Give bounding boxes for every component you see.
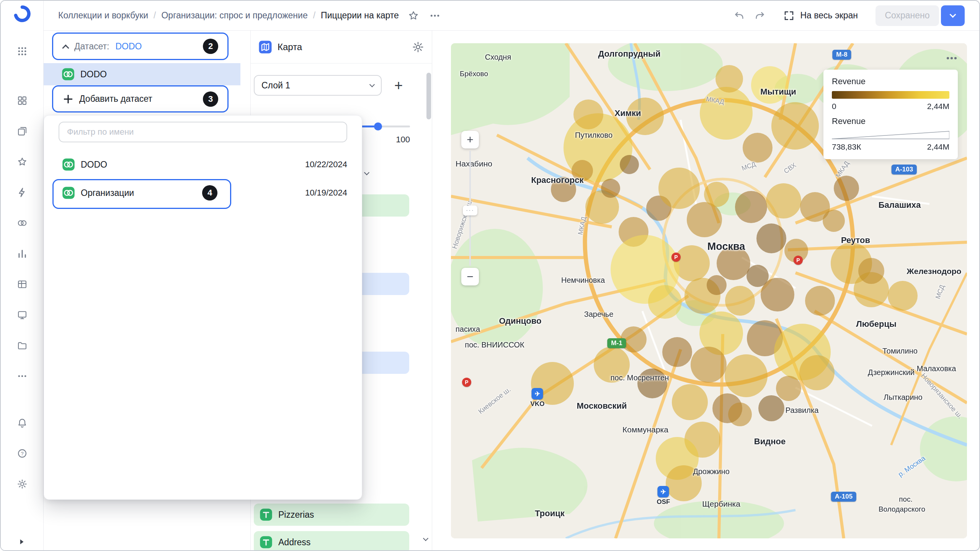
collections-icon[interactable] xyxy=(14,92,31,109)
legend-color-max: 2,44M xyxy=(927,102,949,111)
favorites-icon[interactable] xyxy=(14,153,31,170)
map-chart-icon xyxy=(258,40,272,54)
dataset-filter-input[interactable] xyxy=(59,122,347,142)
save-menu-button[interactable] xyxy=(941,5,965,26)
map-legend: Revenue 0 2,44M Revenue 738,83К 2,44M xyxy=(823,70,958,159)
legend-size-wedge xyxy=(832,131,949,139)
settings-icon[interactable] xyxy=(14,476,31,492)
notifications-icon[interactable] xyxy=(14,414,31,431)
dataset-popup-item[interactable]: DODO10/22/2024 xyxy=(44,151,363,178)
parking-icon: Р xyxy=(794,256,803,265)
string-type-icon xyxy=(259,535,273,549)
chevron-down-icon xyxy=(369,82,375,87)
dataset-list-item-label: DODO xyxy=(80,69,107,80)
breadcrumb: Коллекции и воркбуки / Организации: спро… xyxy=(58,10,399,21)
add-layer-button[interactable]: + xyxy=(388,75,409,96)
breadcrumb-current: Пиццерии на карте xyxy=(321,10,399,21)
chart-config-header: Карта xyxy=(251,31,432,64)
header-actions: На весь экран Сохранено xyxy=(732,5,965,26)
settings-gear-icon[interactable] xyxy=(412,41,424,53)
legend-size-max: 2,44M xyxy=(927,142,949,152)
airport-icon: ✈OSF xyxy=(657,486,670,506)
chart-type-label[interactable]: Карта xyxy=(278,42,302,52)
more-actions-icon[interactable] xyxy=(427,8,443,23)
favorite-star-icon[interactable] xyxy=(406,8,421,23)
dashboards-icon[interactable] xyxy=(14,306,31,323)
left-rail: ? xyxy=(1,1,44,550)
add-dataset-button[interactable]: Добавить датасет 3 xyxy=(52,85,229,112)
zoom-handle[interactable]: ··· xyxy=(463,205,477,215)
map-more-icon[interactable] xyxy=(943,52,960,65)
step-badge-3: 3 xyxy=(203,91,218,107)
legend-size-min: 738,83К xyxy=(832,142,861,152)
road-badge: А-105 xyxy=(831,492,856,502)
layer-select[interactable]: Слой 1 xyxy=(254,75,382,96)
field-chip-address[interactable]: Address xyxy=(254,531,409,550)
road-badge: А-103 xyxy=(892,165,917,174)
dataset-list-item-dodo[interactable]: DODO xyxy=(44,63,240,85)
datalens-logo[interactable] xyxy=(14,5,31,22)
legend-gradient xyxy=(832,91,949,99)
layer-select-value: Слой 1 xyxy=(261,80,290,91)
undo-icon[interactable] xyxy=(732,8,747,23)
breadcrumb-separator: / xyxy=(313,10,315,21)
legend-size-title: Revenue xyxy=(832,116,949,126)
dataset-popup-item[interactable]: Организации410/19/2024 xyxy=(44,179,363,207)
more-icon[interactable] xyxy=(14,368,31,385)
field-chip-label: Pizzerias xyxy=(278,510,314,520)
zoom-out-button[interactable]: − xyxy=(461,268,479,285)
parking-icon: Р xyxy=(462,378,471,387)
plus-icon xyxy=(63,94,73,104)
step-badge-2: 2 xyxy=(203,39,218,54)
tables-icon[interactable] xyxy=(14,276,31,293)
dataset-popup-item-label: Организации xyxy=(81,188,134,198)
field-chip-label: Address xyxy=(278,537,310,548)
breadcrumb-workbook[interactable]: Организации: спрос и предложение xyxy=(161,10,307,21)
road-badge: М-8 xyxy=(832,50,851,60)
connections-icon[interactable] xyxy=(14,184,31,201)
breadcrumb-collections[interactable]: Коллекции и воркбуки xyxy=(58,10,148,21)
poi-label: OSF xyxy=(657,498,670,506)
slider-knob[interactable] xyxy=(374,122,382,130)
string-type-icon xyxy=(259,508,273,522)
parking-icon: Р xyxy=(671,253,681,262)
apps-grid-icon[interactable] xyxy=(14,43,31,60)
dataset-icon xyxy=(61,67,75,81)
workbooks-icon[interactable] xyxy=(14,123,31,140)
section-chevron-down-icon[interactable] xyxy=(364,170,369,175)
fullscreen-label[interactable]: На весь экран xyxy=(800,10,858,21)
dataset-icon xyxy=(62,158,75,171)
datalens-app: ? Коллекции и воркбуки / Организации: сп… xyxy=(0,0,980,551)
dataset-selector-label: Датасет: xyxy=(74,41,109,52)
top-header: Коллекции и воркбуки / Организации: спро… xyxy=(44,1,979,31)
add-dataset-label: Добавить датасет xyxy=(79,94,152,104)
svg-text:?: ? xyxy=(21,451,23,456)
scroll-down-icon[interactable] xyxy=(423,536,428,541)
redo-icon[interactable] xyxy=(752,8,768,23)
legend-color-min: 0 xyxy=(832,102,836,111)
charts-icon[interactable] xyxy=(14,245,31,262)
field-chip-pizzerias[interactable]: Pizzerias xyxy=(254,504,409,526)
legend-color-title: Revenue xyxy=(832,77,949,86)
dataset-selector-value: DODO xyxy=(115,41,142,52)
dataset-icon xyxy=(62,186,75,200)
breadcrumb-separator: / xyxy=(154,10,156,21)
map-zoom-control: + ··· − xyxy=(461,131,479,285)
storage-icon[interactable] xyxy=(14,337,31,354)
rail-main xyxy=(1,92,43,385)
chevron-down-icon xyxy=(950,11,956,18)
help-icon[interactable]: ? xyxy=(14,445,31,462)
map-canvas[interactable]: СходняБрёховоДолгопрудныйМытищиХимкиПути… xyxy=(451,43,967,538)
zoom-in-button[interactable]: + xyxy=(461,131,479,148)
airport-icon: ✈VKO xyxy=(531,388,545,408)
datasets-icon[interactable] xyxy=(14,215,31,231)
fullscreen-icon[interactable] xyxy=(781,8,797,23)
scrollbar-thumb[interactable] xyxy=(426,73,431,119)
save-button[interactable]: Сохранено xyxy=(875,5,939,26)
rail-top xyxy=(1,5,43,60)
poi-label: VKO xyxy=(531,400,545,408)
chevron-up-icon xyxy=(62,44,69,51)
expand-rail-icon[interactable] xyxy=(15,535,28,549)
rail-bottom: ? xyxy=(1,414,43,492)
dataset-selector[interactable]: Датасет: DODO 2 xyxy=(52,33,229,60)
